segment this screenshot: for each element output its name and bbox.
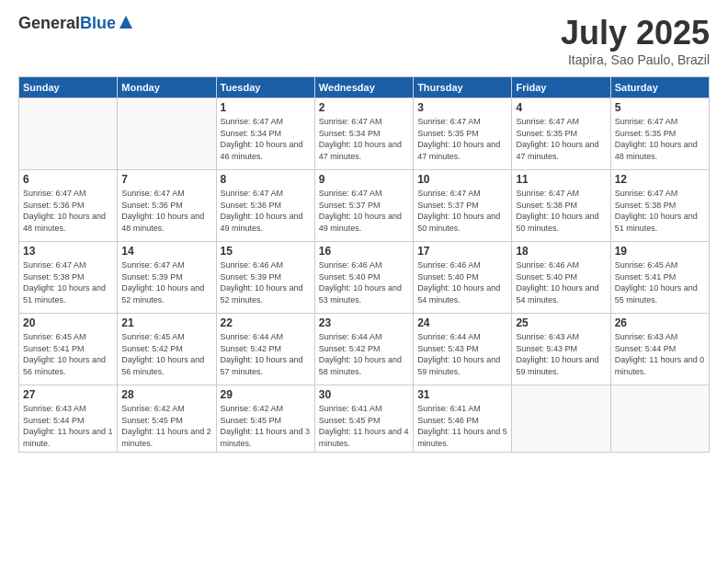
day-number: 20 <box>23 316 113 329</box>
table-row <box>512 385 610 453</box>
day-number: 31 <box>417 388 507 401</box>
day-info: Sunrise: 6:47 AM Sunset: 5:36 PM Dayligh… <box>23 188 113 234</box>
table-row: 5Sunrise: 6:47 AM Sunset: 5:35 PM Daylig… <box>610 98 709 170</box>
table-row: 13Sunrise: 6:47 AM Sunset: 5:38 PM Dayli… <box>19 242 118 314</box>
day-info: Sunrise: 6:44 AM Sunset: 5:43 PM Dayligh… <box>417 331 507 377</box>
table-row: 15Sunrise: 6:46 AM Sunset: 5:39 PM Dayli… <box>216 242 314 314</box>
day-info: Sunrise: 6:45 AM Sunset: 5:41 PM Dayligh… <box>23 331 113 377</box>
day-number: 28 <box>121 388 211 401</box>
calendar: Sunday Monday Tuesday Wednesday Thursday… <box>18 76 710 453</box>
table-row: 7Sunrise: 6:47 AM Sunset: 5:36 PM Daylig… <box>118 170 216 242</box>
day-number: 17 <box>417 245 507 258</box>
day-number: 8 <box>221 173 311 186</box>
day-number: 21 <box>121 316 211 329</box>
day-info: Sunrise: 6:47 AM Sunset: 5:35 PM Dayligh… <box>417 116 507 162</box>
day-number: 14 <box>121 245 211 258</box>
logo-icon <box>118 14 134 30</box>
day-info: Sunrise: 6:47 AM Sunset: 5:39 PM Dayligh… <box>121 259 211 305</box>
header-friday: Friday <box>512 77 610 98</box>
day-number: 2 <box>319 101 409 114</box>
logo: GeneralBlue <box>18 14 134 33</box>
table-row: 20Sunrise: 6:45 AM Sunset: 5:41 PM Dayli… <box>19 314 118 385</box>
header-thursday: Thursday <box>414 77 512 98</box>
day-number: 25 <box>516 316 606 329</box>
day-number: 29 <box>221 388 311 401</box>
table-row: 26Sunrise: 6:43 AM Sunset: 5:44 PM Dayli… <box>610 314 709 385</box>
table-row: 17Sunrise: 6:46 AM Sunset: 5:40 PM Dayli… <box>414 242 512 314</box>
day-info: Sunrise: 6:46 AM Sunset: 5:39 PM Dayligh… <box>221 259 311 305</box>
table-row: 25Sunrise: 6:43 AM Sunset: 5:43 PM Dayli… <box>512 314 610 385</box>
day-number: 22 <box>221 316 311 329</box>
day-number: 24 <box>417 316 507 329</box>
table-row: 1Sunrise: 6:47 AM Sunset: 5:34 PM Daylig… <box>216 98 314 170</box>
day-info: Sunrise: 6:42 AM Sunset: 5:45 PM Dayligh… <box>121 403 211 449</box>
table-row: 16Sunrise: 6:46 AM Sunset: 5:40 PM Dayli… <box>314 242 413 314</box>
day-number: 12 <box>615 173 705 186</box>
day-number: 13 <box>23 245 113 258</box>
table-row: 19Sunrise: 6:45 AM Sunset: 5:41 PM Dayli… <box>610 242 709 314</box>
title-section: July 2025 Itapira, Sao Paulo, Brazil <box>561 14 710 67</box>
day-info: Sunrise: 6:41 AM Sunset: 5:46 PM Dayligh… <box>417 403 507 449</box>
header-monday: Monday <box>118 77 216 98</box>
day-info: Sunrise: 6:47 AM Sunset: 5:36 PM Dayligh… <box>221 188 311 234</box>
table-row: 2Sunrise: 6:47 AM Sunset: 5:34 PM Daylig… <box>314 98 413 170</box>
day-info: Sunrise: 6:45 AM Sunset: 5:41 PM Dayligh… <box>615 259 705 305</box>
day-number: 9 <box>319 173 409 186</box>
day-number: 19 <box>615 245 705 258</box>
logo-general: GeneralBlue <box>18 14 116 33</box>
table-row: 10Sunrise: 6:47 AM Sunset: 5:37 PM Dayli… <box>414 170 512 242</box>
table-row: 14Sunrise: 6:47 AM Sunset: 5:39 PM Dayli… <box>118 242 216 314</box>
table-row <box>19 98 118 170</box>
day-info: Sunrise: 6:47 AM Sunset: 5:35 PM Dayligh… <box>516 116 606 162</box>
day-number: 26 <box>615 316 705 329</box>
calendar-week-row: 27Sunrise: 6:43 AM Sunset: 5:44 PM Dayli… <box>19 385 710 453</box>
table-row: 29Sunrise: 6:42 AM Sunset: 5:45 PM Dayli… <box>216 385 314 453</box>
day-info: Sunrise: 6:43 AM Sunset: 5:44 PM Dayligh… <box>615 331 705 377</box>
table-row: 8Sunrise: 6:47 AM Sunset: 5:36 PM Daylig… <box>216 170 314 242</box>
table-row: 27Sunrise: 6:43 AM Sunset: 5:44 PM Dayli… <box>19 385 118 453</box>
calendar-week-row: 20Sunrise: 6:45 AM Sunset: 5:41 PM Dayli… <box>19 314 710 385</box>
day-info: Sunrise: 6:43 AM Sunset: 5:43 PM Dayligh… <box>516 331 606 377</box>
day-info: Sunrise: 6:46 AM Sunset: 5:40 PM Dayligh… <box>417 259 507 305</box>
header-sunday: Sunday <box>19 77 118 98</box>
weekday-header-row: Sunday Monday Tuesday Wednesday Thursday… <box>19 77 710 98</box>
table-row: 18Sunrise: 6:46 AM Sunset: 5:40 PM Dayli… <box>512 242 610 314</box>
day-info: Sunrise: 6:47 AM Sunset: 5:35 PM Dayligh… <box>615 116 705 162</box>
header-saturday: Saturday <box>610 77 709 98</box>
day-number: 18 <box>516 245 606 258</box>
day-info: Sunrise: 6:41 AM Sunset: 5:45 PM Dayligh… <box>319 403 409 449</box>
day-number: 5 <box>615 101 705 114</box>
day-number: 15 <box>221 245 311 258</box>
day-number: 30 <box>319 388 409 401</box>
table-row: 3Sunrise: 6:47 AM Sunset: 5:35 PM Daylig… <box>414 98 512 170</box>
header-tuesday: Tuesday <box>216 77 314 98</box>
day-number: 3 <box>417 101 507 114</box>
table-row <box>610 385 709 453</box>
table-row: 28Sunrise: 6:42 AM Sunset: 5:45 PM Dayli… <box>118 385 216 453</box>
table-row: 22Sunrise: 6:44 AM Sunset: 5:42 PM Dayli… <box>216 314 314 385</box>
table-row: 30Sunrise: 6:41 AM Sunset: 5:45 PM Dayli… <box>314 385 413 453</box>
day-info: Sunrise: 6:47 AM Sunset: 5:38 PM Dayligh… <box>23 259 113 305</box>
page: GeneralBlue July 2025 Itapira, Sao Paulo… <box>0 0 728 563</box>
location: Itapira, Sao Paulo, Brazil <box>561 52 710 67</box>
calendar-week-row: 6Sunrise: 6:47 AM Sunset: 5:36 PM Daylig… <box>19 170 710 242</box>
day-info: Sunrise: 6:47 AM Sunset: 5:37 PM Dayligh… <box>319 188 409 234</box>
day-info: Sunrise: 6:44 AM Sunset: 5:42 PM Dayligh… <box>221 331 311 377</box>
day-number: 10 <box>417 173 507 186</box>
day-info: Sunrise: 6:42 AM Sunset: 5:45 PM Dayligh… <box>221 403 311 449</box>
day-number: 23 <box>319 316 409 329</box>
table-row <box>118 98 216 170</box>
day-number: 16 <box>319 245 409 258</box>
day-info: Sunrise: 6:47 AM Sunset: 5:37 PM Dayligh… <box>417 188 507 234</box>
day-info: Sunrise: 6:43 AM Sunset: 5:44 PM Dayligh… <box>23 403 113 449</box>
table-row: 21Sunrise: 6:45 AM Sunset: 5:42 PM Dayli… <box>118 314 216 385</box>
day-info: Sunrise: 6:46 AM Sunset: 5:40 PM Dayligh… <box>319 259 409 305</box>
day-number: 7 <box>121 173 211 186</box>
calendar-week-row: 1Sunrise: 6:47 AM Sunset: 5:34 PM Daylig… <box>19 98 710 170</box>
calendar-week-row: 13Sunrise: 6:47 AM Sunset: 5:38 PM Dayli… <box>19 242 710 314</box>
day-number: 4 <box>516 101 606 114</box>
table-row: 12Sunrise: 6:47 AM Sunset: 5:38 PM Dayli… <box>610 170 709 242</box>
day-info: Sunrise: 6:47 AM Sunset: 5:38 PM Dayligh… <box>615 188 705 234</box>
table-row: 9Sunrise: 6:47 AM Sunset: 5:37 PM Daylig… <box>314 170 413 242</box>
header-wednesday: Wednesday <box>314 77 413 98</box>
